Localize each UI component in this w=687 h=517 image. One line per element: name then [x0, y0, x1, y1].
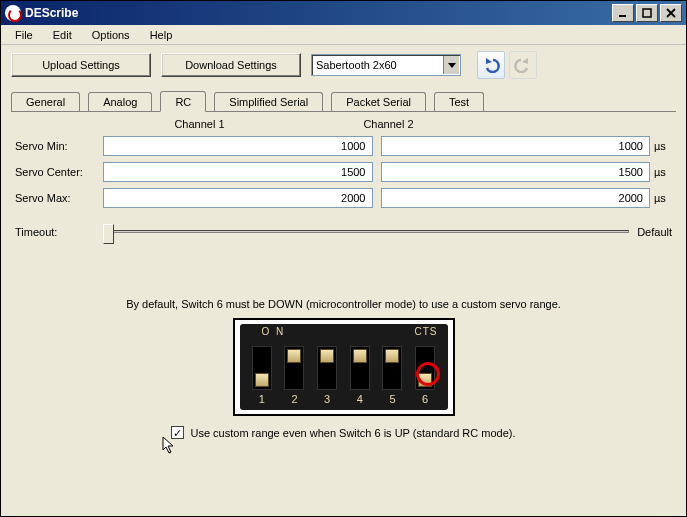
svg-rect-0 [619, 15, 626, 17]
download-settings-button[interactable]: Download Settings [161, 53, 301, 77]
window-title: DEScribe [25, 6, 612, 20]
tab-panel-rc: Channel 1 Channel 2 Servo Min: 1000 1000… [11, 111, 676, 445]
undo-button[interactable] [477, 51, 505, 79]
servo-min-label: Servo Min: [15, 140, 103, 152]
servo-max-label: Servo Max: [15, 192, 103, 204]
menu-file[interactable]: File [7, 27, 41, 43]
unit-label: µs [650, 192, 672, 204]
tab-rc[interactable]: RC [160, 91, 206, 112]
channel2-header: Channel 2 [294, 118, 483, 130]
device-select-value: Sabertooth 2x60 [316, 59, 397, 71]
mouse-cursor-icon [162, 436, 178, 456]
channel1-header: Channel 1 [105, 118, 294, 130]
undo-icon [482, 57, 500, 73]
use-custom-range-checkbox[interactable]: ✓ [171, 426, 184, 439]
tab-strip: General Analog RC Simplified Serial Pack… [1, 89, 686, 111]
menu-edit[interactable]: Edit [45, 27, 80, 43]
tab-test[interactable]: Test [434, 92, 484, 111]
servo-center-label: Servo Center: [15, 166, 103, 178]
unit-label: µs [650, 140, 672, 152]
tab-analog[interactable]: Analog [88, 92, 152, 111]
redo-icon [514, 57, 532, 73]
unit-label: µs [650, 166, 672, 178]
close-button[interactable] [660, 4, 682, 22]
titlebar: DEScribe [1, 1, 686, 25]
switch6-hint-text: By default, Switch 6 must be DOWN (micro… [15, 298, 672, 310]
slider-thumb[interactable] [103, 224, 114, 244]
upload-settings-button[interactable]: Upload Settings [11, 53, 151, 77]
dip-switch-image: 1 2 3 4 5 6 [233, 318, 455, 416]
use-custom-range-label: Use custom range even when Switch 6 is U… [190, 427, 515, 439]
menubar: File Edit Options Help [1, 25, 686, 45]
toolbar: Upload Settings Download Settings Sabert… [1, 45, 686, 85]
menu-options[interactable]: Options [84, 27, 138, 43]
servo-max-ch2-input[interactable]: 2000 [381, 188, 651, 208]
redo-button[interactable] [509, 51, 537, 79]
servo-min-ch1-input[interactable]: 1000 [103, 136, 373, 156]
dropdown-arrow-icon[interactable] [443, 56, 459, 74]
minimize-button[interactable] [612, 4, 634, 22]
tab-simplified-serial[interactable]: Simplified Serial [214, 92, 323, 111]
timeout-label: Timeout: [15, 226, 103, 238]
device-select[interactable]: Sabertooth 2x60 [311, 54, 461, 76]
servo-max-ch1-input[interactable]: 2000 [103, 188, 373, 208]
maximize-button[interactable] [636, 4, 658, 22]
dip-switch-body: 1 2 3 4 5 6 [240, 324, 448, 410]
servo-center-ch1-input[interactable]: 1500 [103, 162, 373, 182]
servo-center-ch2-input[interactable]: 1500 [381, 162, 651, 182]
svg-rect-1 [643, 9, 651, 17]
app-icon [5, 5, 21, 21]
timeout-default-label: Default [629, 226, 672, 238]
tab-packet-serial[interactable]: Packet Serial [331, 92, 426, 111]
servo-min-ch2-input[interactable]: 1000 [381, 136, 651, 156]
app-window: DEScribe File Edit Options Help Upload S… [0, 0, 687, 517]
menu-help[interactable]: Help [142, 27, 181, 43]
tab-general[interactable]: General [11, 92, 80, 111]
timeout-slider[interactable] [103, 222, 629, 242]
